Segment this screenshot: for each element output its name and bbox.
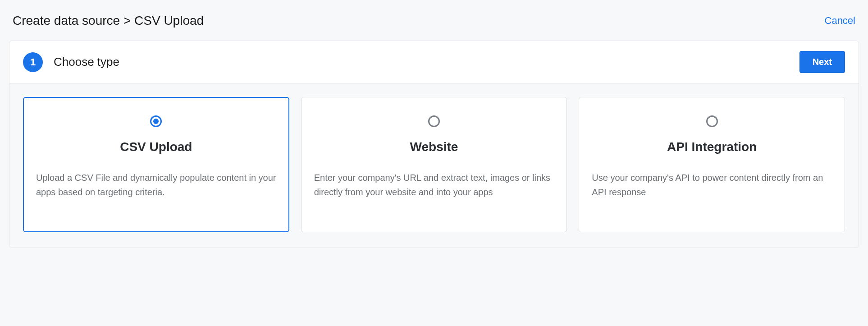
- step-title: Choose type: [54, 55, 119, 69]
- radio-icon: [36, 115, 276, 127]
- step-title-group: 1 Choose type: [23, 52, 119, 72]
- step-panel: 1 Choose type Next CSV Upload Upload a C…: [9, 41, 859, 248]
- page-header: Create data source > CSV Upload Cancel: [9, 14, 859, 28]
- options-row: CSV Upload Upload a CSV File and dynamic…: [9, 83, 859, 248]
- panel-header: 1 Choose type Next: [9, 41, 859, 83]
- option-description: Enter your company's URL and extract tex…: [314, 170, 554, 199]
- option-description: Use your company's API to power content …: [592, 170, 832, 199]
- option-title: CSV Upload: [36, 140, 276, 154]
- option-card-website[interactable]: Website Enter your company's URL and ext…: [301, 97, 567, 232]
- next-button[interactable]: Next: [799, 51, 845, 73]
- option-title: API Integration: [592, 140, 832, 154]
- option-card-api-integration[interactable]: API Integration Use your company's API t…: [579, 97, 845, 232]
- option-card-csv-upload[interactable]: CSV Upload Upload a CSV File and dynamic…: [23, 97, 289, 232]
- cancel-button[interactable]: Cancel: [825, 15, 855, 27]
- radio-icon: [314, 115, 554, 127]
- radio-icon: [592, 115, 832, 127]
- step-number-badge: 1: [23, 52, 43, 72]
- breadcrumb: Create data source > CSV Upload: [13, 14, 204, 28]
- option-description: Upload a CSV File and dynamically popula…: [36, 170, 276, 199]
- option-title: Website: [314, 140, 554, 154]
